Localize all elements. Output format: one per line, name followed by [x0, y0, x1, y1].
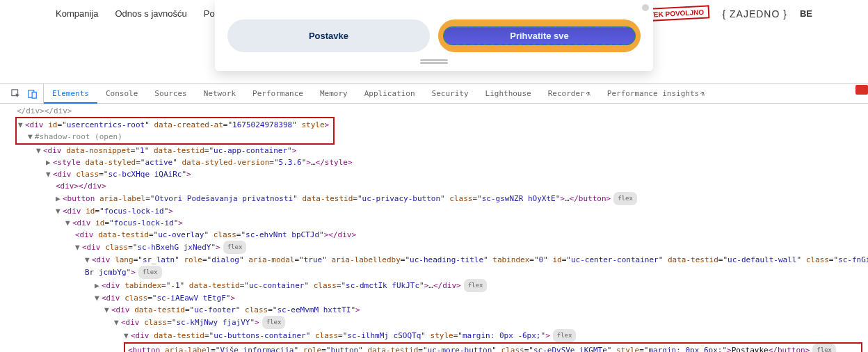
- tab-lighthouse[interactable]: Lighthouse: [477, 84, 540, 103]
- inspect-icon[interactable]: [11, 89, 21, 99]
- expand-icon[interactable]: ▶: [95, 280, 102, 291]
- expand-icon[interactable]: ▼: [95, 292, 102, 304]
- tab-console[interactable]: Console: [97, 84, 146, 103]
- beaker-icon: ⚗: [586, 90, 590, 97]
- drag-handle-icon[interactable]: [420, 59, 448, 61]
- device-toggle-icon[interactable]: [28, 89, 38, 99]
- expand-icon[interactable]: ▼: [36, 145, 43, 157]
- beaker-icon: ⚗: [700, 90, 705, 97]
- error-indicator-icon[interactable]: [855, 85, 868, 95]
- expand-icon[interactable]: ▼: [46, 168, 53, 180]
- page-viewport: Kompanija Odnos s javnošću Posao Inspir …: [0, 0, 868, 83]
- tab-recorder[interactable]: Recorder⚗: [540, 84, 599, 103]
- svg-rect-2: [32, 92, 36, 98]
- flex-badge[interactable]: flex: [262, 316, 286, 329]
- expand-icon[interactable]: ▶: [46, 157, 53, 168]
- tab-performance[interactable]: Performance: [244, 84, 312, 103]
- highlight-box-buttons: <button aria-label="Više informacija" ro…: [124, 342, 862, 352]
- flex-badge[interactable]: flex: [613, 192, 637, 205]
- consent-modal: Postavke Prihvatite sve: [215, 0, 653, 71]
- tab-memory[interactable]: Memory: [312, 84, 356, 103]
- expand-icon[interactable]: ▶: [56, 193, 63, 205]
- expand-icon[interactable]: ▼: [75, 241, 82, 253]
- tab-elements[interactable]: Elements: [44, 85, 97, 104]
- flex-badge[interactable]: flex: [138, 266, 162, 279]
- flex-badge[interactable]: flex: [464, 279, 488, 292]
- tab-security[interactable]: Security: [424, 84, 477, 103]
- expand-icon[interactable]: ▼: [124, 330, 131, 342]
- settings-button[interactable]: Postavke: [227, 19, 430, 52]
- devtools-tab-strip: Elements Console Sources Network Perform…: [0, 84, 868, 104]
- tab-application[interactable]: Application: [356, 84, 424, 103]
- expand-icon[interactable]: ▼: [114, 317, 121, 328]
- flex-badge[interactable]: flex: [812, 344, 836, 352]
- expand-icon[interactable]: ▼: [18, 119, 25, 131]
- accept-all-inner: Prihvatite sve: [443, 26, 635, 45]
- devtools-panel: Elements Console Sources Network Perform…: [0, 83, 868, 352]
- cut-text: BE: [800, 8, 812, 19]
- tab-sources[interactable]: Sources: [146, 84, 195, 103]
- highlight-box-root: ▼<div id="usercentrics-root" data-create…: [15, 117, 335, 145]
- expand-icon[interactable]: ▼: [28, 131, 35, 143]
- tab-perf-insights[interactable]: Performance insights⚗: [599, 84, 713, 103]
- expand-icon[interactable]: ▼: [85, 254, 92, 266]
- nav-item-0[interactable]: Kompanija: [56, 8, 98, 19]
- tab-network[interactable]: Network: [195, 84, 244, 103]
- dom-tree[interactable]: </div></div> ▼<div id="usercentrics-root…: [0, 104, 868, 352]
- expand-icon[interactable]: ▼: [104, 304, 111, 316]
- close-icon[interactable]: [642, 4, 649, 11]
- expand-icon[interactable]: ▼: [65, 217, 72, 229]
- flex-badge[interactable]: flex: [553, 329, 577, 342]
- accept-all-button[interactable]: Prihvatite sve: [438, 19, 641, 52]
- flex-badge[interactable]: flex: [223, 241, 247, 254]
- nav-item-1[interactable]: Odnos s javnošću: [115, 8, 186, 19]
- brace-logo: { ZAJEDNO }: [722, 8, 787, 19]
- expand-icon[interactable]: ▼: [56, 205, 63, 217]
